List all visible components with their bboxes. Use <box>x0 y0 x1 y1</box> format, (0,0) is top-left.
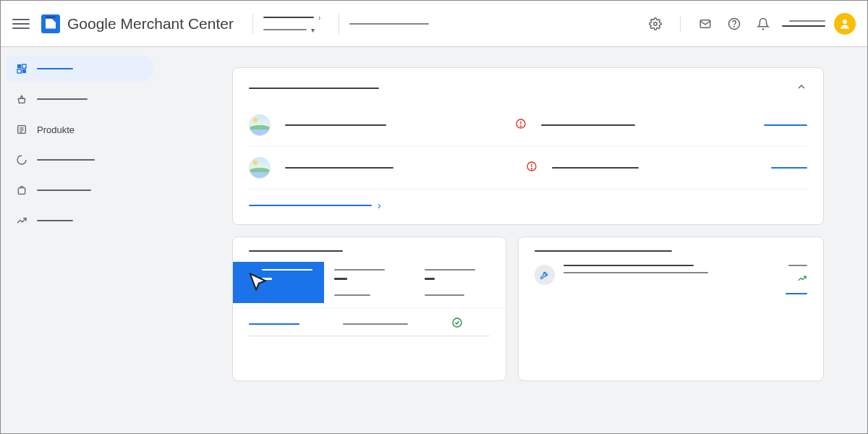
bell-icon[interactable] <box>756 17 770 31</box>
card-title <box>249 88 379 89</box>
metric-tile[interactable] <box>324 262 415 303</box>
card-title <box>535 250 672 252</box>
mail-icon[interactable] <box>698 17 712 31</box>
sidebar-item-overview[interactable] <box>7 56 154 82</box>
trend-up-icon <box>797 273 807 286</box>
status-row[interactable] <box>249 147 807 190</box>
sidebar-item-shopping[interactable] <box>7 86 154 112</box>
alert-icon <box>526 161 537 175</box>
chevron-up-icon[interactable] <box>796 81 807 95</box>
wrench-icon <box>535 265 555 285</box>
user-label <box>782 20 825 27</box>
app-title: Google Merchant Center <box>67 15 234 33</box>
sidebar-item-label <box>37 68 73 69</box>
avatar[interactable] <box>834 13 856 35</box>
check-circle-icon <box>451 317 463 331</box>
sidebar-item-label <box>37 190 91 191</box>
growth-icon <box>15 214 28 227</box>
dashboard-icon <box>15 62 28 75</box>
card-footer-link[interactable]: › <box>249 200 807 211</box>
svg-rect-13 <box>18 188 25 195</box>
main: Produkte <box>1 47 867 433</box>
status-message <box>541 124 635 126</box>
svg-point-0 <box>654 22 658 25</box>
sidebar-item-growth[interactable] <box>7 208 154 234</box>
list-icon <box>15 123 28 136</box>
status-card: › <box>232 67 824 225</box>
svg-rect-8 <box>22 69 26 73</box>
suggestion-row[interactable] <box>535 265 807 294</box>
sidebar-item-performance[interactable] <box>7 147 154 173</box>
svg-point-16 <box>520 126 521 127</box>
status-action-link[interactable] <box>771 167 807 169</box>
metric-tile-selected[interactable] <box>233 262 324 303</box>
status-action-link[interactable] <box>764 124 807 126</box>
svg-rect-7 <box>17 69 21 73</box>
footer-text <box>343 323 408 325</box>
svg-point-4 <box>843 20 847 24</box>
menu-icon[interactable] <box>12 15 30 33</box>
sidebar-item-label <box>37 159 95 161</box>
chevron-right-icon: › <box>318 14 320 22</box>
metrics-card <box>232 237 506 381</box>
status-item-name <box>285 167 393 169</box>
content: › <box>160 47 867 433</box>
alert-icon <box>515 118 527 132</box>
chevron-right-icon: › <box>378 200 381 211</box>
metrics-footer <box>233 312 506 331</box>
svg-rect-6 <box>22 64 26 68</box>
gear-icon[interactable] <box>648 17 663 31</box>
bag-icon <box>15 184 28 197</box>
metric-tile[interactable] <box>414 262 506 303</box>
svg-rect-5 <box>17 64 21 68</box>
help-icon[interactable] <box>727 17 741 31</box>
status-row[interactable] <box>249 104 807 147</box>
spinner-icon <box>15 153 28 166</box>
status-message <box>552 167 639 169</box>
divider <box>252 14 253 34</box>
account-selector[interactable]: › ▾ <box>263 14 328 34</box>
app-logo-icon[interactable] <box>41 14 60 33</box>
suggestion-link[interactable] <box>786 293 807 294</box>
sidebar-item-marketing[interactable] <box>7 177 154 203</box>
card-title <box>249 250 343 252</box>
svg-point-19 <box>531 169 532 169</box>
product-thumb-icon <box>249 157 271 179</box>
suggestions-card <box>518 237 824 381</box>
product-thumb-icon <box>249 114 271 136</box>
footer-link[interactable] <box>249 323 299 325</box>
sidebar-item-label: Produkte <box>37 124 75 135</box>
basket-icon <box>15 93 28 106</box>
sidebar-item-label <box>37 98 88 100</box>
sidebar-item-label <box>37 220 73 221</box>
divider <box>680 16 681 32</box>
top-bar: Google Merchant Center › ▾ <box>1 1 867 47</box>
sidebar-item-products[interactable]: Produkte <box>7 116 154 142</box>
cursor-icon <box>246 271 271 295</box>
sidebar: Produkte <box>1 47 160 433</box>
caret-down-icon: ▾ <box>311 26 315 34</box>
divider <box>339 14 339 34</box>
status-item-name <box>285 124 386 126</box>
svg-point-3 <box>734 26 735 27</box>
context-label <box>349 23 429 25</box>
svg-point-20 <box>453 318 461 327</box>
